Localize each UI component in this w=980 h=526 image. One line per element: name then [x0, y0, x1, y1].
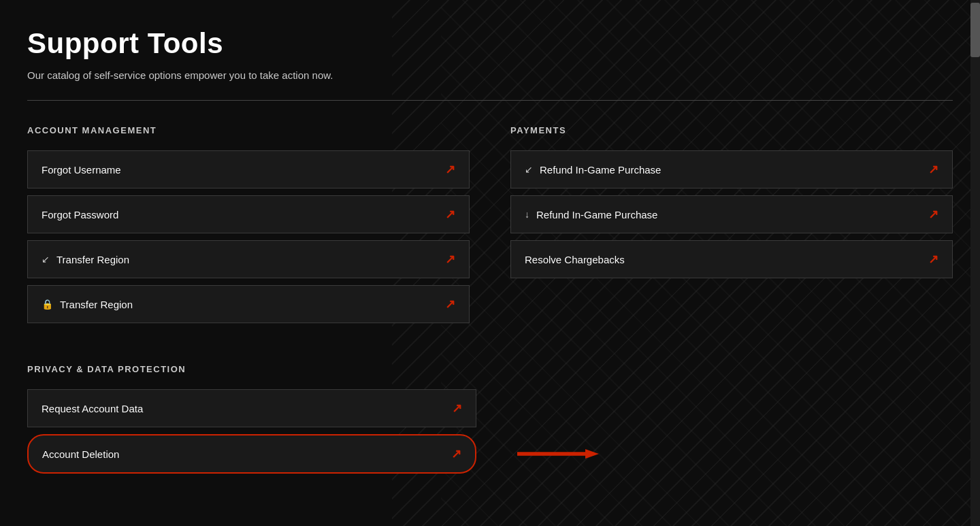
transfer-region-1-label: Transfer Region: [56, 254, 129, 265]
transfer-region-1-icon: ↙: [42, 254, 50, 265]
resolve-chargebacks-arrow-icon: ↗: [928, 252, 938, 267]
page-wrapper: Support Tools Our catalog of self-servic…: [0, 0, 980, 521]
arrow-shaft: [517, 449, 599, 459]
annotation-arrow: [517, 449, 599, 459]
account-deletion-wrapper: Account Deletion ↗: [27, 434, 476, 474]
refund-ingame-2-button[interactable]: ↓ Refund In-Game Purchase ↗: [510, 195, 953, 233]
refund-ingame-2-arrow-icon: ↗: [928, 207, 938, 222]
transfer-region-1-arrow-icon: ↗: [445, 252, 455, 267]
transfer-region-1-button[interactable]: ↙ Transfer Region ↗: [27, 240, 470, 278]
refund-ingame-1-label: Refund In-Game Purchase: [540, 164, 661, 176]
resolve-chargebacks-button[interactable]: Resolve Chargebacks ↗: [510, 240, 953, 278]
main-columns: ACCOUNT MANAGEMENT Forgot Username ↗ For…: [27, 125, 953, 330]
transfer-region-2-icon: 🔒: [42, 299, 53, 310]
account-deletion-button[interactable]: Account Deletion ↗: [27, 434, 476, 474]
refund-1-icon: ↙: [525, 164, 533, 175]
scrollbar[interactable]: [970, 0, 980, 526]
transfer-region-2-label: Transfer Region: [60, 299, 133, 310]
scrollbar-thumb[interactable]: [970, 3, 980, 57]
payments-section: PAYMENTS ↙ Refund In-Game Purchase ↗ ↓ R…: [510, 125, 953, 330]
payments-label: PAYMENTS: [510, 125, 953, 135]
forgot-password-label: Forgot Password: [42, 209, 118, 220]
privacy-section: PRIVACY & DATA PROTECTION Request Accoun…: [27, 364, 953, 474]
account-management-section: ACCOUNT MANAGEMENT Forgot Username ↗ For…: [27, 125, 470, 330]
request-account-data-label: Request Account Data: [42, 403, 143, 414]
page-title: Support Tools: [27, 27, 953, 60]
refund-ingame-1-button[interactable]: ↙ Refund In-Game Purchase ↗: [510, 150, 953, 188]
request-account-data-button[interactable]: Request Account Data ↗: [27, 389, 476, 427]
forgot-password-button[interactable]: Forgot Password ↗: [27, 195, 470, 233]
forgot-username-label: Forgot Username: [42, 164, 121, 176]
forgot-username-button[interactable]: Forgot Username ↗: [27, 150, 470, 188]
account-management-label: ACCOUNT MANAGEMENT: [27, 125, 470, 135]
privacy-label: PRIVACY & DATA PROTECTION: [27, 364, 953, 374]
page-subtitle: Our catalog of self-service options empo…: [27, 69, 953, 81]
refund-ingame-2-label: Refund In-Game Purchase: [536, 209, 657, 220]
account-deletion-label: Account Deletion: [42, 448, 119, 460]
transfer-region-2-button[interactable]: 🔒 Transfer Region ↗: [27, 285, 470, 323]
account-deletion-arrow-icon: ↗: [451, 446, 461, 461]
transfer-region-2-arrow-icon: ↗: [445, 297, 455, 312]
forgot-password-arrow-icon: ↗: [445, 207, 455, 222]
resolve-chargebacks-label: Resolve Chargebacks: [525, 254, 625, 265]
forgot-username-arrow-icon: ↗: [445, 162, 455, 177]
refund-ingame-1-arrow-icon: ↗: [928, 162, 938, 177]
request-account-data-arrow-icon: ↗: [452, 401, 462, 416]
section-divider: [27, 100, 953, 101]
refund-2-icon: ↓: [525, 209, 529, 220]
